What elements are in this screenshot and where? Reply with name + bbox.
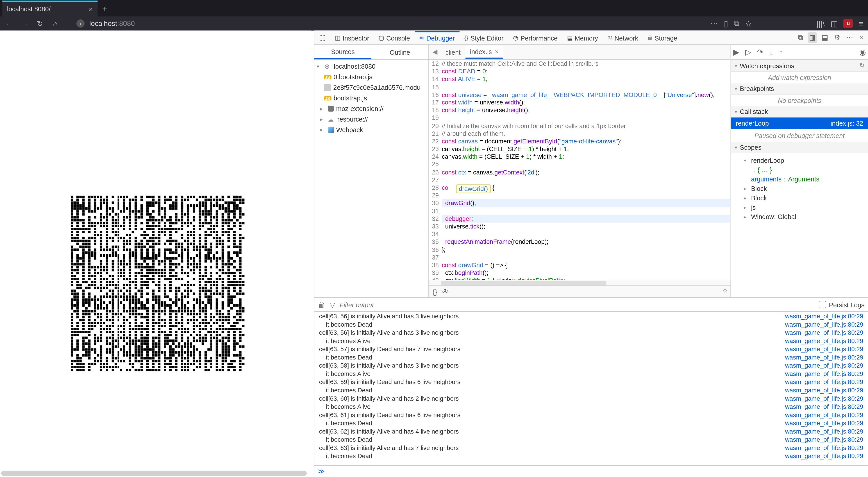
tab-console[interactable]: ▢Console xyxy=(374,31,415,44)
new-tab-button[interactable]: + xyxy=(99,3,111,13)
scope-property[interactable]: arguments: Arguments xyxy=(736,174,863,184)
sources-tab[interactable]: Sources xyxy=(314,44,371,59)
home-button[interactable]: ⌂ xyxy=(51,19,60,28)
console-log-line: it becomes Deadwasm_game_of_life.js:80:2… xyxy=(314,419,868,427)
inspect-element-button[interactable]: ⬚ xyxy=(314,33,330,41)
watch-placeholder[interactable]: Add watch expression xyxy=(731,72,868,83)
console-log-line: it becomes Deadwasm_game_of_life.js:80:2… xyxy=(314,353,868,361)
callstack-frame[interactable]: renderLoop index.js: 32 xyxy=(731,118,868,129)
deactivate-breakpoints-icon[interactable]: ◉ xyxy=(859,47,866,56)
url-bar[interactable]: i localhost:8080 xyxy=(76,19,652,28)
callstack-section[interactable]: ▾Call stack xyxy=(731,106,868,118)
console-source-link[interactable]: wasm_game_of_life.js:80:29 xyxy=(785,411,863,418)
close-devtools-icon[interactable]: × xyxy=(858,32,865,42)
console-source-link[interactable]: wasm_game_of_life.js:80:29 xyxy=(785,354,863,361)
outline-tab[interactable]: Outline xyxy=(371,44,428,59)
console-source-link[interactable]: wasm_game_of_life.js:80:29 xyxy=(785,419,863,426)
reader-icon[interactable]: ▯ xyxy=(724,19,728,28)
close-icon[interactable]: × xyxy=(495,48,499,55)
resume-button[interactable]: ▷ xyxy=(745,47,751,56)
close-icon[interactable]: × xyxy=(88,4,93,13)
browser-tab[interactable]: localhost:8080/ × xyxy=(2,0,97,16)
code-scrollbar[interactable] xyxy=(441,281,607,285)
console-source-link[interactable]: wasm_game_of_life.js:80:29 xyxy=(785,403,863,410)
more-icon[interactable]: ⋯ xyxy=(845,32,855,42)
tab-debugger[interactable]: ➾Debugger xyxy=(415,31,460,44)
tree-moz-extension[interactable]: ▸moz-extension:// xyxy=(314,103,428,114)
console-source-link[interactable]: wasm_game_of_life.js:80:29 xyxy=(785,378,863,385)
scope-property[interactable]: : { … } xyxy=(736,165,863,174)
bookmark-icon[interactable]: ☆ xyxy=(745,19,752,28)
toggle-sources-icon[interactable]: ◀ xyxy=(429,48,441,56)
ublock-icon[interactable]: u xyxy=(843,19,853,28)
sidebar-icon[interactable]: ◫ xyxy=(831,19,838,28)
tree-host[interactable]: ▾localhost:8080 xyxy=(314,61,428,72)
refresh-icon[interactable]: ↻ xyxy=(859,62,864,69)
dock-bottom-icon[interactable]: ⬓ xyxy=(820,32,829,42)
console-source-link[interactable]: wasm_game_of_life.js:80:29 xyxy=(785,313,863,319)
info-icon[interactable]: i xyxy=(76,19,85,28)
console-source-link[interactable]: wasm_game_of_life.js:80:29 xyxy=(785,452,863,459)
watch-section[interactable]: ▾Watch expressions↻ xyxy=(731,60,868,72)
clear-console-icon[interactable]: 🗑 xyxy=(318,300,325,309)
console-source-link[interactable]: wasm_game_of_life.js:80:29 xyxy=(785,329,863,336)
reload-button[interactable]: ↻ xyxy=(35,19,45,28)
scope-item[interactable]: ▸Window: Global xyxy=(736,212,863,222)
dock-right-icon[interactable]: ◨ xyxy=(808,32,817,42)
console-source-link[interactable]: wasm_game_of_life.js:80:29 xyxy=(785,345,863,352)
console-prompt[interactable]: ≫ xyxy=(318,468,325,475)
console-log-line: it becomes Alivewasm_game_of_life.js:80:… xyxy=(314,402,868,411)
tree-file[interactable]: 2e8f57c9c0e5a1ad6576.modu xyxy=(314,82,428,93)
step-out-button[interactable]: ↑ xyxy=(779,47,783,56)
pocket-icon[interactable]: ⧉ xyxy=(734,19,739,28)
console-source-link[interactable]: wasm_game_of_life.js:80:29 xyxy=(785,362,863,369)
tab-storage[interactable]: ⛁Storage xyxy=(643,31,682,44)
more-icon[interactable]: ⋯ xyxy=(710,19,718,28)
tree-file[interactable]: JS0.bootstrap.js xyxy=(314,72,428,82)
tree-resource[interactable]: ▸resource:// xyxy=(314,114,428,125)
forward-button[interactable]: → xyxy=(20,19,30,28)
filter-icon[interactable]: ▽ xyxy=(330,300,335,309)
menu-icon[interactable]: ≡ xyxy=(859,19,863,28)
help-icon[interactable]: ? xyxy=(723,287,727,296)
toggle-sidebar-icon[interactable]: ▶ xyxy=(733,47,739,56)
file-tab-indexjs[interactable]: index.js× xyxy=(465,45,503,58)
tab-performance[interactable]: ◔Performance xyxy=(508,31,562,44)
console-source-link[interactable]: wasm_game_of_life.js:80:29 xyxy=(785,386,863,393)
scope-item[interactable]: ▸Block xyxy=(736,184,863,193)
code-editor[interactable]: 1213141516171819202122232425262728293031… xyxy=(429,60,731,280)
console-source-link[interactable]: wasm_game_of_life.js:80:29 xyxy=(785,436,863,443)
console-log-line: cell[63, 60] is initially Alive and has … xyxy=(314,394,868,403)
tab-memory[interactable]: ▤Memory xyxy=(562,31,603,44)
frame-name: renderLoop xyxy=(736,120,769,127)
console-log-line: cell[63, 62] is initially Alive and has … xyxy=(314,427,868,435)
tree-file[interactable]: JSbootstrap.js xyxy=(314,93,428,103)
console-source-link[interactable]: wasm_game_of_life.js:80:29 xyxy=(785,321,863,328)
file-tab-client[interactable]: client xyxy=(441,46,465,58)
console-source-link[interactable]: wasm_game_of_life.js:80:29 xyxy=(785,428,863,435)
persist-logs-checkbox[interactable]: Persist Logs xyxy=(819,301,864,308)
breakpoints-section[interactable]: ▾Breakpoints xyxy=(731,84,868,95)
scope-item[interactable]: ▸js xyxy=(736,202,863,212)
library-icon[interactable]: |||\ xyxy=(817,19,825,28)
console-source-link[interactable]: wasm_game_of_life.js:80:29 xyxy=(785,444,863,451)
step-over-button[interactable]: ↷ xyxy=(757,47,764,56)
blackbox-icon[interactable]: 👁 xyxy=(442,287,449,296)
settings-icon[interactable]: ⚙ xyxy=(833,32,841,42)
tab-style-editor[interactable]: {}Style Editor xyxy=(460,31,508,44)
tab-inspector[interactable]: ◫Inspector xyxy=(330,31,374,44)
step-in-button[interactable]: ↓ xyxy=(769,47,773,56)
console-source-link[interactable]: wasm_game_of_life.js:80:29 xyxy=(785,394,863,402)
scope-item[interactable]: ▸Block xyxy=(736,193,863,202)
page-scrollbar[interactable] xyxy=(1,471,307,476)
scopes-section[interactable]: ▾Scopes xyxy=(731,142,868,153)
console-source-link[interactable]: wasm_game_of_life.js:80:29 xyxy=(785,370,863,377)
console-source-link[interactable]: wasm_game_of_life.js:80:29 xyxy=(785,337,863,344)
back-button[interactable]: ← xyxy=(5,19,14,28)
tree-webpack[interactable]: ▸Webpack xyxy=(314,125,428,135)
tab-network[interactable]: ≋Network xyxy=(603,31,643,44)
filter-input[interactable] xyxy=(340,301,814,308)
dock-separate-icon[interactable]: ⧉ xyxy=(797,32,805,42)
pretty-print-icon[interactable]: {} xyxy=(432,287,437,296)
scope-item[interactable]: ▾renderLoop xyxy=(736,156,863,165)
